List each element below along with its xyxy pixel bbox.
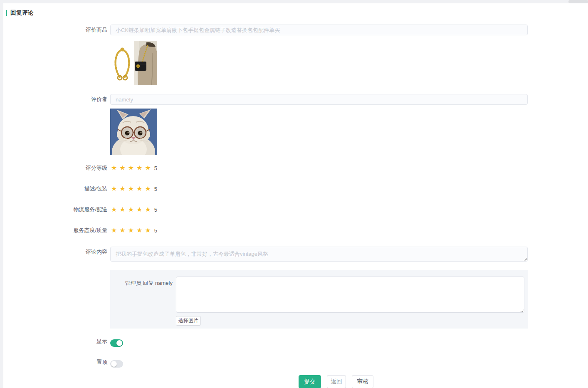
star-rating-logistics: ★★★★★ [111, 206, 153, 213]
reviewer-input[interactable] [110, 94, 528, 105]
star-icon: ★ [111, 185, 117, 192]
display-toggle-label: 显示 [3, 338, 107, 345]
star-icon: ★ [136, 206, 142, 213]
reply-comment-page: 回复评论 评价商品 [0, 0, 588, 388]
admin-reply-label: 管理员 回复 namely [110, 279, 173, 287]
star-icon: ★ [119, 165, 125, 171]
star-icon: ★ [111, 165, 117, 171]
title-accent-bar [6, 10, 7, 16]
rating-label-overall: 评分等级 [3, 163, 107, 173]
product-photo-shoulder-bag [134, 41, 157, 85]
audit-button[interactable]: 审核 [352, 375, 373, 388]
star-icon: ★ [145, 185, 151, 192]
rating-value: 5 [154, 186, 157, 192]
footer-action-bar: 提交 返回 审核 [3, 370, 588, 388]
comment-textarea[interactable] [110, 247, 528, 262]
rating-row-logistics: ★★★★★ 5 [111, 204, 157, 215]
product-input[interactable] [110, 25, 528, 35]
comment-label: 评论内容 [3, 247, 107, 257]
star-icon: ★ [128, 185, 134, 192]
star-rating-service: ★★★★★ [111, 227, 153, 234]
star-rating-overall: ★★★★★ [111, 165, 153, 171]
reviewer-avatar-cat [110, 109, 157, 155]
star-icon: ★ [111, 206, 117, 213]
star-icon: ★ [128, 206, 134, 213]
reviewer-label: 评价者 [3, 94, 107, 105]
product-label: 评价商品 [3, 25, 107, 35]
back-button[interactable]: 返回 [327, 375, 346, 388]
admin-reply-panel: 管理员 回复 namely 选择图片 [110, 270, 528, 329]
rating-row-service: ★★★★★ 5 [111, 225, 157, 236]
page-title: 回复评论 [10, 9, 34, 17]
star-icon: ★ [119, 185, 125, 192]
rating-row-overall: ★★★★★ 5 [111, 163, 157, 173]
star-icon: ★ [136, 185, 142, 192]
star-icon: ★ [145, 227, 151, 234]
content-card: 回复评论 评价商品 [3, 3, 588, 388]
star-icon: ★ [145, 206, 151, 213]
pin-toggle[interactable] [110, 360, 123, 368]
display-toggle[interactable] [110, 339, 123, 347]
choose-image-button[interactable]: 选择图片 [176, 316, 201, 326]
rating-label-packaging: 描述/包装 [3, 183, 107, 194]
star-icon: ★ [128, 227, 134, 234]
rating-row-packaging: ★★★★★ 5 [111, 183, 157, 194]
submit-button[interactable]: 提交 [299, 375, 321, 388]
star-icon: ★ [136, 227, 142, 234]
star-icon: ★ [119, 206, 125, 213]
rating-label-logistics: 物流服务/配送 [3, 204, 107, 215]
product-photo-gold-chain [113, 46, 131, 81]
rating-label-service: 服务态度/质量 [3, 225, 107, 236]
rating-value: 5 [154, 207, 157, 213]
star-icon: ★ [119, 227, 125, 234]
toggle-knob [111, 361, 117, 367]
rating-value: 5 [154, 165, 157, 171]
admin-reply-textarea[interactable] [176, 277, 524, 313]
star-icon: ★ [145, 165, 151, 171]
star-icon: ★ [128, 165, 134, 171]
star-icon: ★ [111, 227, 117, 234]
star-rating-packaging: ★★★★★ [111, 185, 153, 192]
star-icon: ★ [136, 165, 142, 171]
horizontal-scrollbar-thumb[interactable] [568, 0, 588, 3]
pin-toggle-label: 置顶 [3, 358, 107, 366]
toggle-knob [116, 340, 122, 346]
rating-value: 5 [154, 227, 157, 234]
page-title-block: 回复评论 [6, 10, 34, 16]
